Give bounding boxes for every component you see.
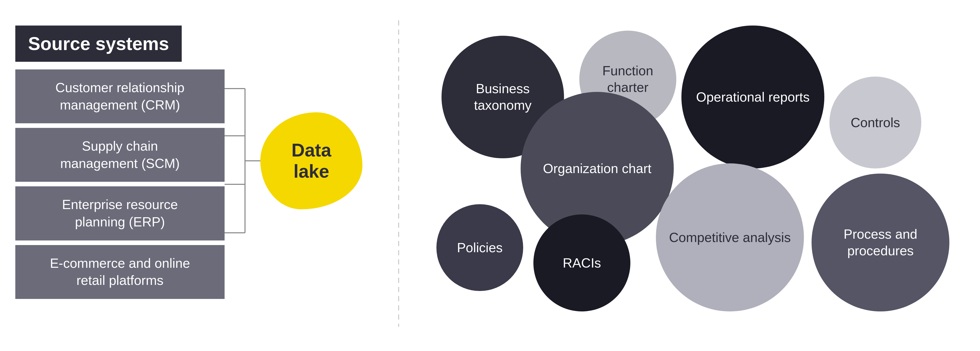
bubble-competitive-analysis-label: Competitive analysis [664, 224, 796, 251]
left-section: Source systems Customer relationshipmana… [15, 26, 296, 299]
bubble-process-procedures: Process and procedures [811, 174, 950, 311]
data-lake-blob: Datalake [260, 112, 363, 209]
data-lake-container: Datalake [260, 112, 363, 209]
bubble-racis-label: RACIs [558, 250, 606, 276]
data-lake-text: Datalake [291, 140, 331, 182]
crm-box: Customer relationshipmanagement (CRM) [15, 69, 224, 123]
bubble-operational-reports: Operational reports [681, 26, 824, 169]
source-systems-title: Source systems [15, 26, 182, 62]
bubble-racis: RACIs [533, 214, 630, 311]
bubble-competitive-analysis: Competitive analysis [656, 163, 804, 311]
ecommerce-box: E-commerce and onlineretail platforms [15, 245, 224, 299]
divider [398, 21, 399, 327]
right-section: Business taxonomy Function charter Opera… [421, 15, 970, 342]
bubble-policies: Policies [436, 204, 523, 291]
bubble-operational-reports-label: Operational reports [691, 84, 815, 110]
bubble-organization-chart-label: Organization chart [538, 155, 657, 182]
scm-box: Supply chainmanagement (SCM) [15, 128, 224, 182]
source-boxes-container: Customer relationshipmanagement (CRM) Su… [15, 69, 296, 299]
erp-box: Enterprise resourceplanning (ERP) [15, 186, 224, 240]
bubble-controls: Controls [829, 77, 921, 169]
bubble-process-procedures-label: Process and procedures [811, 221, 950, 264]
bubble-policies-label: Policies [452, 235, 508, 261]
bubble-controls-label: Controls [845, 109, 905, 136]
